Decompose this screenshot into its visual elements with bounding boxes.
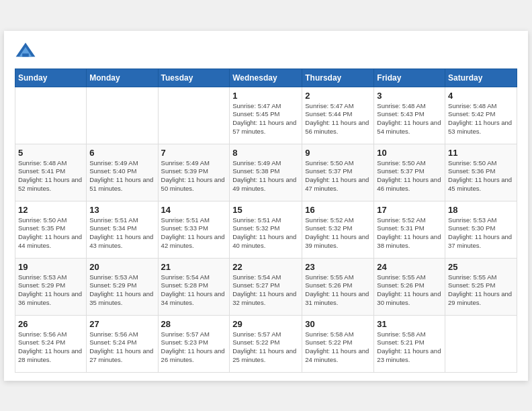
day-number: 3 <box>377 91 442 101</box>
day-info: Sunrise: 5:54 AM Sunset: 5:27 PM Dayligh… <box>232 273 299 308</box>
calendar-week-row: 19Sunrise: 5:53 AM Sunset: 5:29 PM Dayli… <box>15 258 517 315</box>
day-info: Sunrise: 5:50 AM Sunset: 5:35 PM Dayligh… <box>18 216 83 250</box>
day-number: 11 <box>448 148 514 158</box>
calendar-cell: 7Sunrise: 5:49 AM Sunset: 5:39 PM Daylig… <box>158 144 230 201</box>
day-info: Sunrise: 5:51 AM Sunset: 5:33 PM Dayligh… <box>161 216 227 250</box>
day-info: Sunrise: 5:52 AM Sunset: 5:31 PM Dayligh… <box>377 216 442 250</box>
calendar-cell: 8Sunrise: 5:49 AM Sunset: 5:38 PM Daylig… <box>230 144 302 201</box>
day-number: 28 <box>161 319 227 329</box>
calendar-cell <box>445 315 517 372</box>
day-info: Sunrise: 5:50 AM Sunset: 5:36 PM Dayligh… <box>448 159 514 193</box>
calendar-cell: 25Sunrise: 5:55 AM Sunset: 5:25 PM Dayli… <box>445 258 517 315</box>
day-info: Sunrise: 5:55 AM Sunset: 5:26 PM Dayligh… <box>377 273 442 308</box>
day-number: 19 <box>18 262 83 272</box>
logo <box>15 42 39 63</box>
day-number: 22 <box>232 262 299 272</box>
calendar-cell: 24Sunrise: 5:55 AM Sunset: 5:26 PM Dayli… <box>374 258 445 315</box>
calendar-header <box>15 42 517 63</box>
day-info: Sunrise: 5:47 AM Sunset: 5:45 PM Dayligh… <box>232 102 299 136</box>
calendar-container: SundayMondayTuesdayWednesdayThursdayFrid… <box>4 31 528 381</box>
day-number: 29 <box>232 319 299 329</box>
weekday-header-tuesday: Tuesday <box>158 68 230 87</box>
calendar-cell: 20Sunrise: 5:53 AM Sunset: 5:29 PM Dayli… <box>87 258 158 315</box>
calendar-cell: 19Sunrise: 5:53 AM Sunset: 5:29 PM Dayli… <box>15 258 87 315</box>
calendar-cell: 26Sunrise: 5:56 AM Sunset: 5:24 PM Dayli… <box>15 315 87 372</box>
day-info: Sunrise: 5:53 AM Sunset: 5:30 PM Dayligh… <box>448 216 514 250</box>
weekday-header-row: SundayMondayTuesdayWednesdayThursdayFrid… <box>15 68 517 87</box>
day-number: 17 <box>377 205 442 215</box>
calendar-cell <box>158 87 230 144</box>
calendar-cell: 18Sunrise: 5:53 AM Sunset: 5:30 PM Dayli… <box>445 201 517 258</box>
weekday-header-sunday: Sunday <box>15 68 87 87</box>
calendar-cell: 5Sunrise: 5:48 AM Sunset: 5:41 PM Daylig… <box>15 144 87 201</box>
day-info: Sunrise: 5:56 AM Sunset: 5:24 PM Dayligh… <box>89 330 154 365</box>
day-number: 4 <box>448 91 514 101</box>
day-info: Sunrise: 5:54 AM Sunset: 5:28 PM Dayligh… <box>161 273 227 308</box>
day-number: 12 <box>18 205 83 215</box>
day-number: 26 <box>18 319 83 329</box>
calendar-cell: 14Sunrise: 5:51 AM Sunset: 5:33 PM Dayli… <box>158 201 230 258</box>
day-number: 27 <box>89 319 154 329</box>
day-number: 14 <box>161 205 227 215</box>
calendar-cell: 23Sunrise: 5:55 AM Sunset: 5:26 PM Dayli… <box>302 258 374 315</box>
calendar-thead: SundayMondayTuesdayWednesdayThursdayFrid… <box>15 68 517 87</box>
logo-icon <box>15 42 36 63</box>
day-info: Sunrise: 5:58 AM Sunset: 5:21 PM Dayligh… <box>377 330 442 365</box>
calendar-cell: 2Sunrise: 5:47 AM Sunset: 5:44 PM Daylig… <box>302 87 374 144</box>
day-number: 16 <box>305 205 371 215</box>
day-number: 24 <box>377 262 442 272</box>
day-number: 1 <box>232 91 299 101</box>
calendar-cell: 22Sunrise: 5:54 AM Sunset: 5:27 PM Dayli… <box>230 258 302 315</box>
day-number: 31 <box>377 319 442 329</box>
day-info: Sunrise: 5:53 AM Sunset: 5:29 PM Dayligh… <box>18 273 83 308</box>
calendar-week-row: 1Sunrise: 5:47 AM Sunset: 5:45 PM Daylig… <box>15 87 517 144</box>
day-info: Sunrise: 5:56 AM Sunset: 5:24 PM Dayligh… <box>18 330 83 365</box>
calendar-cell: 21Sunrise: 5:54 AM Sunset: 5:28 PM Dayli… <box>158 258 230 315</box>
calendar-cell <box>87 87 158 144</box>
day-number: 2 <box>305 91 371 101</box>
day-info: Sunrise: 5:57 AM Sunset: 5:22 PM Dayligh… <box>232 330 299 365</box>
day-number: 23 <box>305 262 371 272</box>
day-number: 15 <box>232 205 299 215</box>
weekday-header-wednesday: Wednesday <box>230 68 302 87</box>
calendar-cell: 3Sunrise: 5:48 AM Sunset: 5:43 PM Daylig… <box>374 87 445 144</box>
day-info: Sunrise: 5:51 AM Sunset: 5:34 PM Dayligh… <box>89 216 154 250</box>
calendar-week-row: 26Sunrise: 5:56 AM Sunset: 5:24 PM Dayli… <box>15 315 517 372</box>
day-number: 6 <box>89 148 154 158</box>
calendar-cell: 16Sunrise: 5:52 AM Sunset: 5:32 PM Dayli… <box>302 201 374 258</box>
calendar-cell: 15Sunrise: 5:51 AM Sunset: 5:32 PM Dayli… <box>230 201 302 258</box>
day-info: Sunrise: 5:50 AM Sunset: 5:37 PM Dayligh… <box>305 159 371 193</box>
calendar-cell: 12Sunrise: 5:50 AM Sunset: 5:35 PM Dayli… <box>15 201 87 258</box>
day-number: 25 <box>448 262 514 272</box>
calendar-cell: 29Sunrise: 5:57 AM Sunset: 5:22 PM Dayli… <box>230 315 302 372</box>
calendar-body: 1Sunrise: 5:47 AM Sunset: 5:45 PM Daylig… <box>15 87 517 372</box>
day-number: 30 <box>305 319 371 329</box>
day-info: Sunrise: 5:49 AM Sunset: 5:39 PM Dayligh… <box>161 159 227 193</box>
calendar-cell: 31Sunrise: 5:58 AM Sunset: 5:21 PM Dayli… <box>374 315 445 372</box>
day-info: Sunrise: 5:47 AM Sunset: 5:44 PM Dayligh… <box>305 102 371 136</box>
calendar-cell: 6Sunrise: 5:49 AM Sunset: 5:40 PM Daylig… <box>87 144 158 201</box>
calendar-cell: 17Sunrise: 5:52 AM Sunset: 5:31 PM Dayli… <box>374 201 445 258</box>
day-info: Sunrise: 5:53 AM Sunset: 5:29 PM Dayligh… <box>89 273 154 308</box>
calendar-cell: 4Sunrise: 5:48 AM Sunset: 5:42 PM Daylig… <box>445 87 517 144</box>
calendar-cell: 1Sunrise: 5:47 AM Sunset: 5:45 PM Daylig… <box>230 87 302 144</box>
calendar-week-row: 12Sunrise: 5:50 AM Sunset: 5:35 PM Dayli… <box>15 201 517 258</box>
day-info: Sunrise: 5:55 AM Sunset: 5:26 PM Dayligh… <box>305 273 371 308</box>
day-number: 20 <box>89 262 154 272</box>
day-info: Sunrise: 5:48 AM Sunset: 5:42 PM Dayligh… <box>448 102 514 136</box>
day-info: Sunrise: 5:50 AM Sunset: 5:37 PM Dayligh… <box>377 159 442 193</box>
day-info: Sunrise: 5:58 AM Sunset: 5:22 PM Dayligh… <box>305 330 371 365</box>
day-info: Sunrise: 5:48 AM Sunset: 5:41 PM Dayligh… <box>18 159 83 193</box>
calendar-cell: 9Sunrise: 5:50 AM Sunset: 5:37 PM Daylig… <box>302 144 374 201</box>
weekday-header-thursday: Thursday <box>302 68 374 87</box>
day-info: Sunrise: 5:52 AM Sunset: 5:32 PM Dayligh… <box>305 216 371 250</box>
svg-rect-2 <box>22 53 29 56</box>
weekday-header-monday: Monday <box>87 68 158 87</box>
day-info: Sunrise: 5:57 AM Sunset: 5:23 PM Dayligh… <box>161 330 227 365</box>
calendar-cell: 27Sunrise: 5:56 AM Sunset: 5:24 PM Dayli… <box>87 315 158 372</box>
calendar-table: SundayMondayTuesdayWednesdayThursdayFrid… <box>15 68 517 373</box>
day-number: 13 <box>89 205 154 215</box>
calendar-cell: 28Sunrise: 5:57 AM Sunset: 5:23 PM Dayli… <box>158 315 230 372</box>
day-number: 5 <box>18 148 83 158</box>
day-number: 10 <box>377 148 442 158</box>
